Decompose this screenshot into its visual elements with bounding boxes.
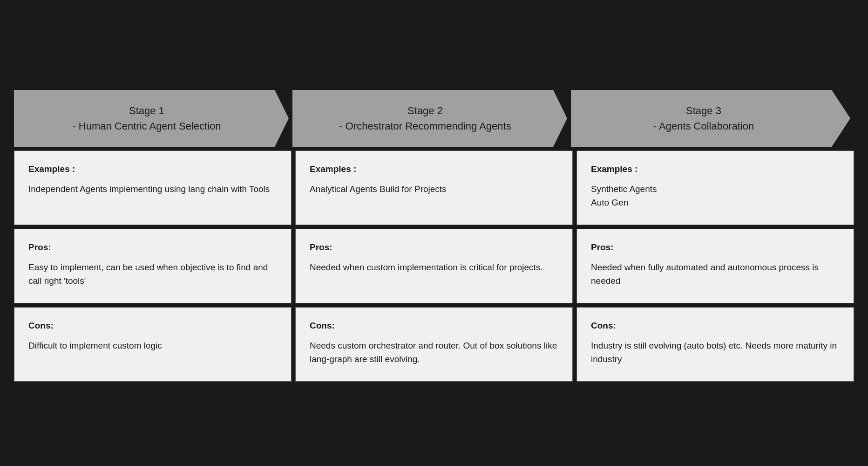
stage-1-title: Stage 1 bbox=[72, 103, 221, 118]
pros-content-2: Needed when custom implementation is cri… bbox=[310, 262, 543, 272]
stage-1-header: Stage 1 - Human Centric Agent Selection bbox=[14, 90, 289, 147]
pros-cell-1: Pros: Easy to implement, can be used whe… bbox=[14, 229, 292, 303]
cons-cell-2: Cons: Needs custom orchestrator and rout… bbox=[295, 307, 573, 382]
cons-content-3: Industry is still evolving (auto bots) e… bbox=[591, 341, 837, 364]
stage-2-header: Stage 2 - Orchestrator Recommending Agen… bbox=[292, 90, 567, 147]
examples-cell-1: Examples : Independent Agents implementi… bbox=[14, 151, 292, 225]
stage-2-subtitle: - Orchestrator Recommending Agents bbox=[339, 118, 511, 134]
examples-content-2: Analytical Agents Build for Projects bbox=[310, 184, 447, 194]
examples-label-3: Examples : bbox=[591, 164, 840, 174]
stage-header-row: Stage 1 - Human Centric Agent Selection … bbox=[14, 90, 854, 147]
examples-label-2: Examples : bbox=[310, 164, 558, 174]
examples-cell-3: Examples : Synthetic Agents Auto Gen bbox=[576, 151, 854, 225]
cons-label-1: Cons: bbox=[28, 321, 277, 331]
pros-cell-3: Pros: Needed when fully automated and au… bbox=[576, 229, 854, 303]
stage-3-subtitle: - Agents Collaboration bbox=[653, 118, 754, 134]
cons-cell-3: Cons: Industry is still evolving (auto b… bbox=[576, 307, 854, 382]
cons-content-2: Needs custom orchestrator and router. Ou… bbox=[310, 341, 557, 364]
examples-label-1: Examples : bbox=[28, 164, 277, 174]
main-container: Stage 1 - Human Centric Agent Selection … bbox=[0, 53, 868, 413]
cons-content-1: Difficult to implement custom logic bbox=[28, 341, 162, 350]
stage-2-title: Stage 2 bbox=[339, 103, 511, 118]
cons-label-2: Cons: bbox=[310, 321, 558, 331]
stage-3-text: Stage 3 - Agents Collaboration bbox=[653, 103, 754, 134]
cons-cell-1: Cons: Difficult to implement custom logi… bbox=[14, 307, 292, 382]
stage-3-title: Stage 3 bbox=[653, 103, 754, 118]
stage-1-text: Stage 1 - Human Centric Agent Selection bbox=[72, 103, 221, 134]
pros-row: Pros: Easy to implement, can be used whe… bbox=[14, 229, 854, 303]
cons-row: Cons: Difficult to implement custom logi… bbox=[14, 307, 854, 382]
stage-2-text: Stage 2 - Orchestrator Recommending Agen… bbox=[339, 103, 511, 134]
pros-label-2: Pros: bbox=[310, 242, 558, 253]
pros-content-3: Needed when fully automated and autonomo… bbox=[591, 262, 819, 286]
examples-content-1: Independent Agents implementing using la… bbox=[28, 184, 270, 194]
pros-content-1: Easy to implement, can be used when obje… bbox=[28, 262, 268, 286]
examples-row: Examples : Independent Agents implementi… bbox=[14, 151, 854, 225]
stage-1-subtitle: - Human Centric Agent Selection bbox=[72, 118, 221, 134]
pros-cell-2: Pros: Needed when custom implementation … bbox=[295, 229, 573, 303]
examples-content-3: Synthetic Agents Auto Gen bbox=[591, 184, 657, 207]
examples-cell-2: Examples : Analytical Agents Build for P… bbox=[295, 151, 573, 225]
pros-label-3: Pros: bbox=[591, 242, 840, 253]
cons-label-3: Cons: bbox=[591, 321, 840, 331]
stage-3-header: Stage 3 - Agents Collaboration bbox=[571, 90, 850, 147]
pros-label-1: Pros: bbox=[28, 242, 277, 253]
